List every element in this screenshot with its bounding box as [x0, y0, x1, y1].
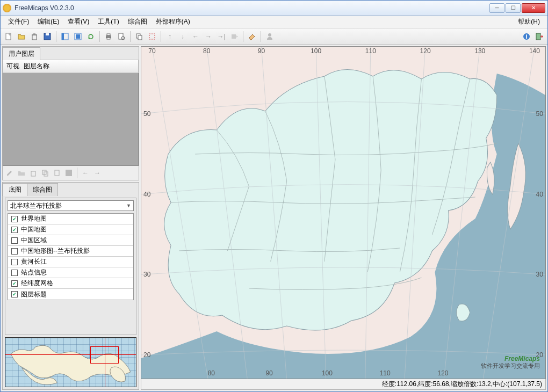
layer-checkbox[interactable] [11, 248, 18, 255]
svg-rect-15 [149, 34, 155, 39]
select-icon[interactable] [146, 31, 158, 42]
up-icon[interactable]: ↑ [164, 31, 176, 42]
svg-text:130: 130 [474, 47, 485, 55]
minimap[interactable] [5, 337, 136, 387]
projection-value: 北半球兰布托投影 [10, 201, 62, 210]
tab-basemap[interactable]: 底图 [3, 183, 27, 196]
window-title: FreeMicaps V0.2.3.0 [15, 4, 489, 12]
view2-icon[interactable] [72, 31, 84, 42]
info-icon[interactable]: i [521, 31, 532, 42]
minimap-viewport[interactable] [90, 346, 119, 364]
svg-rect-25 [66, 170, 72, 176]
basemap-layer-row[interactable]: 黄河长江 [8, 257, 133, 267]
menu-composite[interactable]: 综合图 [124, 16, 152, 27]
svg-text:50: 50 [536, 110, 544, 118]
view1-icon[interactable] [59, 31, 71, 42]
layer-checkbox[interactable] [11, 280, 18, 287]
basemap-layer-row[interactable]: 图层标题 [8, 289, 133, 300]
end-icon[interactable]: →| [215, 31, 227, 42]
layer-checkbox[interactable] [11, 237, 18, 244]
tab-composite[interactable]: 综合图 [27, 183, 58, 196]
svg-rect-1 [32, 35, 37, 40]
svg-text:40: 40 [536, 191, 544, 198]
map-canvas[interactable]: 708090100110120130140 8090100110120 5040… [141, 46, 546, 379]
status-text: 经度:112.06,纬度:56.68,缩放倍数:13.2,中心:(107.1,3… [382, 380, 542, 389]
print-icon[interactable] [103, 31, 114, 42]
basemap-layer-row[interactable]: 中国地形图--兰布托投影 [8, 246, 133, 257]
exit-icon[interactable] [533, 31, 545, 42]
preview-icon[interactable] [116, 31, 127, 42]
layer-checkbox[interactable] [11, 227, 18, 233]
layer-prev-icon[interactable]: ← [80, 168, 91, 178]
basemap-layer-row[interactable]: 中国区域 [8, 235, 133, 246]
layer-checkbox[interactable] [11, 259, 18, 265]
svg-text:80: 80 [203, 47, 211, 55]
projection-dropdown[interactable]: 北半球兰布托投影 ▼ [8, 200, 134, 211]
left-icon[interactable]: ← [190, 31, 201, 42]
svg-rect-24 [55, 170, 59, 176]
layer-label: 图层标题 [21, 290, 47, 299]
menu-external[interactable]: 外部程序(A) [152, 16, 194, 27]
svg-rect-9 [107, 34, 110, 35]
new-icon[interactable] [3, 31, 15, 42]
svg-rect-10 [107, 38, 110, 39]
user-icon[interactable] [264, 31, 276, 42]
menu-tools[interactable]: 工具(T) [93, 16, 123, 27]
basemap-layer-row[interactable]: 中国地图 [8, 224, 133, 235]
menu-file[interactable]: 文件(F) [4, 16, 33, 27]
dropdown-arrow-icon: ▼ [126, 203, 131, 208]
layer-save-icon[interactable] [63, 168, 74, 178]
right-icon[interactable]: → [203, 31, 214, 42]
svg-text:20: 20 [143, 351, 151, 359]
close-button[interactable]: ✕ [522, 3, 545, 13]
down-icon[interactable]: ↓ [177, 31, 189, 42]
layer-label: 站点信息 [21, 268, 47, 277]
layer-open-icon[interactable] [16, 168, 27, 178]
refresh-icon[interactable] [85, 31, 97, 42]
layer-checkbox[interactable] [11, 270, 18, 276]
menu-help[interactable]: 帮助(H) [514, 16, 544, 27]
tab-user-layers[interactable]: 用户图层 [3, 47, 40, 60]
open-icon[interactable] [16, 31, 27, 42]
layer-label: 中国地图 [21, 225, 47, 234]
titlebar[interactable]: FreeMicaps V0.2.3.0 ─ ☐ ✕ [1, 1, 547, 16]
watermark-sub: 软件开发学习交流专用 [481, 362, 540, 369]
save-icon[interactable] [41, 31, 53, 42]
play-icon[interactable] [228, 31, 240, 42]
delete-icon[interactable] [28, 31, 40, 42]
layer-label: 黄河长江 [21, 257, 47, 266]
basemap-layer-row[interactable]: 站点信息 [8, 267, 133, 278]
svg-rect-14 [138, 35, 142, 40]
layer-checkbox[interactable] [11, 216, 18, 222]
svg-text:40: 40 [143, 191, 151, 198]
layer-label: 中国区域 [21, 236, 47, 245]
layer-paste-icon[interactable] [52, 168, 62, 178]
svg-rect-3 [46, 33, 49, 35]
minimize-button[interactable]: ─ [489, 3, 504, 13]
app-icon [3, 4, 11, 12]
layer-edit-icon[interactable] [4, 168, 15, 178]
maximize-button[interactable]: ☐ [506, 3, 521, 13]
layer-delete-icon[interactable] [28, 168, 39, 178]
toolbar: ↑ ↓ ← → →| i [1, 28, 547, 45]
svg-text:120: 120 [437, 369, 448, 377]
copy-icon[interactable] [133, 31, 145, 42]
basemap-layer-row[interactable]: 世界地图 [8, 214, 133, 224]
user-layer-list[interactable] [3, 73, 139, 166]
menu-view[interactable]: 查看(V) [63, 16, 93, 27]
eraser-icon[interactable] [246, 31, 258, 42]
basemap-layer-list: 世界地图中国地图中国区域中国地形图--兰布托投影黄河长江站点信息经纬度网格图层标… [8, 213, 134, 300]
layer-toolbar: ← → [3, 166, 139, 180]
layer-checkbox[interactable] [11, 291, 18, 297]
layer-next-icon[interactable]: → [92, 168, 103, 178]
svg-rect-7 [76, 34, 80, 39]
basemap-panel: 底图 综合图 北半球兰布托投影 ▼ 世界地图中国地图中国区域中国地形图--兰布托… [2, 182, 139, 390]
statusbar: 经度:112.06,纬度:56.68,缩放倍数:13.2,中心:(107.1,3… [141, 379, 546, 390]
svg-text:i: i [525, 33, 527, 40]
svg-text:110: 110 [365, 47, 376, 55]
basemap-layer-row[interactable]: 经纬度网格 [8, 278, 133, 289]
menubar: 文件(F) 编辑(E) 查看(V) 工具(T) 综合图 外部程序(A) 帮助(H… [1, 16, 547, 28]
layer-copy-icon[interactable] [40, 168, 51, 178]
menu-edit[interactable]: 编辑(E) [33, 16, 63, 27]
app-window: FreeMicaps V0.2.3.0 ─ ☐ ✕ 文件(F) 编辑(E) 查看… [0, 0, 548, 392]
